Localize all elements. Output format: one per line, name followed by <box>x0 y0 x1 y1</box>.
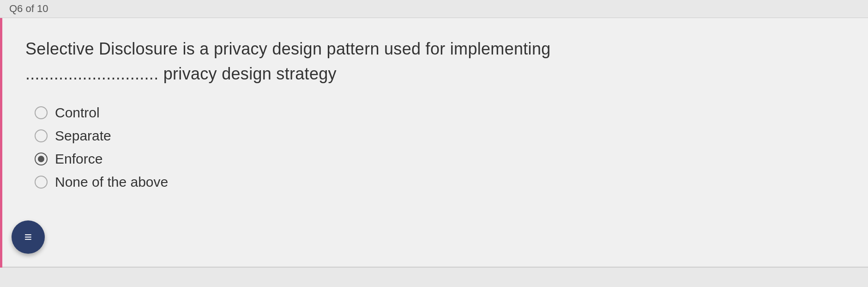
fab-button[interactable]: ≡ <box>12 220 45 254</box>
radio-enforce[interactable] <box>35 153 48 165</box>
top-bar: Q6 of 10 <box>0 0 868 18</box>
options-list: Control Separate Enforce None of the abo… <box>25 105 850 190</box>
option-label-separate: Separate <box>55 128 111 144</box>
option-control[interactable]: Control <box>35 105 850 121</box>
option-enforce[interactable]: Enforce <box>35 151 850 167</box>
option-separate[interactable]: Separate <box>35 128 850 144</box>
option-label-control: Control <box>55 105 100 121</box>
question-text-part2: ............................ privacy des… <box>25 64 337 83</box>
radio-enforce-inner <box>38 156 44 162</box>
option-label-none: None of the above <box>55 174 168 190</box>
page-container: Q6 of 10 Selective Disclosure is a priva… <box>0 0 868 287</box>
radio-none[interactable] <box>35 176 48 189</box>
option-label-enforce: Enforce <box>55 151 102 167</box>
question-number: Q6 of 10 <box>9 3 48 14</box>
menu-icon: ≡ <box>24 231 32 244</box>
question-card: Selective Disclosure is a privacy design… <box>0 18 868 268</box>
radio-separate[interactable] <box>35 129 48 142</box>
bottom-divider <box>2 267 868 268</box>
option-none[interactable]: None of the above <box>35 174 850 190</box>
radio-control[interactable] <box>35 106 48 119</box>
question-text: Selective Disclosure is a privacy design… <box>25 37 850 86</box>
question-text-part1: Selective Disclosure is a privacy design… <box>25 39 551 58</box>
